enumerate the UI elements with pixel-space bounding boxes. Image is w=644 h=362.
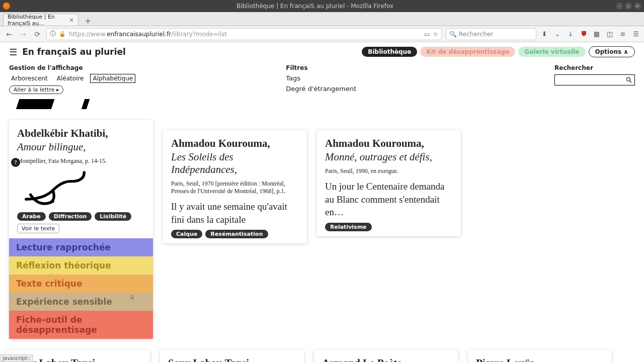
controls-bar: Gestion de l'affichage Arborescent Aléat… <box>0 61 644 99</box>
mode-alphabetique[interactable]: Alphabétique <box>91 74 135 82</box>
window-titlebar: Bibliothèque | En françaiS au pluriel - … <box>0 0 644 12</box>
firefox-icon <box>3 3 10 10</box>
close-window-button[interactable]: × <box>634 3 641 10</box>
mode-aleatoire[interactable]: Aléatoire <box>55 74 86 82</box>
status-bar: javascript:; <box>0 354 33 362</box>
browser-tab[interactable]: Bibliothèque | En françaiS au… × <box>3 14 78 26</box>
card-author: Sony Labou Tansi, <box>168 357 296 362</box>
card-author: Sony Labou Tansi, <box>14 357 142 362</box>
bookmark-star-icon[interactable]: ☆ <box>433 31 438 38</box>
mouse-cursor-icon: ☟ <box>130 294 134 302</box>
forward-button[interactable]: → <box>18 29 28 39</box>
card-author: Ahmadou Kourouma, <box>325 137 453 150</box>
downloads-icon[interactable]: ↓ <box>567 30 575 38</box>
filters-heading: Filtres <box>286 64 356 71</box>
library-icon[interactable]: ≡ <box>619 30 627 38</box>
nav-galerie[interactable]: Galerie virtuelle <box>518 47 585 57</box>
url-text: https://www.enfrancaisaupluriel.fr/libra… <box>69 31 421 38</box>
card-excerpt: Un jour le Centenaire demanda au Blanc c… <box>325 180 453 219</box>
card-le-poete[interactable]: Armand Le Poète, <box>314 350 458 362</box>
tab-bar: Bibliothèque | En françaiS au… × + <box>0 12 644 26</box>
card-work: Amour bilingue, <box>17 141 145 153</box>
card-kourouma-monne[interactable]: Ahmadou Kourouma, Monné, outrages et déf… <box>317 130 461 236</box>
browser-search-placeholder: Rechercher <box>459 31 493 38</box>
tag-lisibilite[interactable]: Lisibilité <box>95 212 131 221</box>
action-reflexion[interactable]: Réflexion théorique <box>9 256 153 275</box>
tag-diffraction[interactable]: Diffraction <box>49 212 92 221</box>
filter-degre[interactable]: Degré d'étrangement <box>286 85 356 93</box>
card-pubinfo: Paris, Seuil, 1990, en exergue. <box>325 167 453 175</box>
lock-icon: 🔒 <box>59 31 66 37</box>
card-author: Abdelkébir Khatibi, <box>17 127 145 140</box>
tag-relativisme[interactable]: Relativisme <box>325 223 372 231</box>
card-pubinfo: Montpellier, Fata Morgana, p. 14-15. <box>17 157 145 165</box>
action-lecture[interactable]: Lecture rapprochée <box>9 238 153 256</box>
filter-tags[interactable]: Tags <box>286 74 356 82</box>
window-title: Bibliothèque | En françaiS au pluriel - … <box>14 3 616 10</box>
reload-button[interactable]: ⟳ <box>32 29 42 39</box>
card-author: Ahmadou Kourouma, <box>171 137 299 150</box>
goto-letter-button[interactable]: Aller à la lettre ▸ <box>9 85 63 94</box>
new-tab-button[interactable]: + <box>82 16 94 26</box>
card-pubinfo: Paris, Seuil, 1970 [première édition : M… <box>171 180 299 195</box>
maximize-button[interactable]: ◇ <box>625 3 632 10</box>
back-button[interactable]: ← <box>4 29 14 39</box>
tag-resemantisation[interactable]: Resémantisation <box>205 230 268 238</box>
extension-icon-2[interactable]: ◫ <box>606 30 614 38</box>
card-louys[interactable]: Pierre Louÿs, <box>468 350 612 362</box>
site-title: En françaiS au pluriel <box>22 47 126 57</box>
card-excerpt: Il y avait une semaine qu'avait fini dan… <box>171 200 299 226</box>
card-labou-tansi-2[interactable]: Sony Labou Tansi, <box>160 350 304 362</box>
tab-label: Bibliothèque | En françaiS au… <box>8 14 66 27</box>
search-icon: 🔍 <box>449 31 457 38</box>
download-indicator-icon[interactable]: ⬇ <box>540 30 548 38</box>
action-texte[interactable]: Texte critique <box>9 275 153 293</box>
voir-texte-button[interactable]: Voir le texte <box>17 224 59 233</box>
nav-options[interactable]: Options ∧ <box>589 46 635 57</box>
svg-point-0 <box>626 77 630 81</box>
tag-arabe[interactable]: Arabe <box>17 212 46 221</box>
ublock-icon[interactable]: ⛊ <box>580 30 588 38</box>
svg-line-1 <box>630 81 632 83</box>
site-menu-icon[interactable]: ☰ <box>9 47 17 57</box>
pocket-icon[interactable]: ⌄ <box>553 30 561 38</box>
card-actions: Lecture rapprochée Réflexion théorique T… <box>9 238 153 339</box>
card-author: Pierre Louÿs, <box>476 357 604 362</box>
info-icon[interactable]: ⓘ <box>50 30 56 38</box>
help-button[interactable]: ? <box>11 158 20 167</box>
browser-search-input[interactable]: 🔍 Rechercher <box>446 28 536 40</box>
nav-kit[interactable]: Kit de désapprentissage <box>420 47 515 57</box>
tag-calque[interactable]: Calque <box>171 230 202 238</box>
search-icon <box>625 76 632 83</box>
reader-mode-icon[interactable]: ▭ <box>424 31 430 38</box>
section-divider <box>0 99 644 110</box>
mode-arborescent[interactable]: Arborescent <box>9 74 50 82</box>
card-work: Les Soleils des Indépendances, <box>171 151 299 176</box>
action-fiche[interactable]: Fiche-outil de désapprentisage <box>9 311 153 339</box>
card-author: Armand Le Poète, <box>322 357 450 362</box>
address-bar: ← → ⟳ ⓘ 🔒 https://www.enfrancaisauplurie… <box>0 26 644 42</box>
card-work: Monné, outrages et défis, <box>325 151 453 163</box>
minimize-button[interactable]: – <box>616 3 623 10</box>
card-khatibi[interactable]: Abdelkébir Khatibi, Amour bilingue, Mont… <box>9 120 153 339</box>
close-tab-icon[interactable]: × <box>69 17 74 24</box>
nav-bibliotheque[interactable]: Bibliothèque <box>362 47 417 57</box>
search-heading: Rechercher <box>554 64 635 71</box>
menu-icon[interactable]: ☰ <box>632 30 640 38</box>
card-kourouma-soleils[interactable]: Ahmadou Kourouma, Les Soleils des Indépe… <box>163 130 307 243</box>
display-heading: Gestion de l'affichage <box>9 64 135 71</box>
card-artwork <box>17 168 145 208</box>
site-header: ☰ En françaiS au pluriel Bibliothèque Ki… <box>0 42 644 61</box>
site-search-input[interactable] <box>554 74 635 85</box>
extension-icon[interactable]: ▦ <box>593 30 601 38</box>
url-input[interactable]: ⓘ 🔒 https://www.enfrancaisaupluriel.fr/l… <box>46 28 442 40</box>
